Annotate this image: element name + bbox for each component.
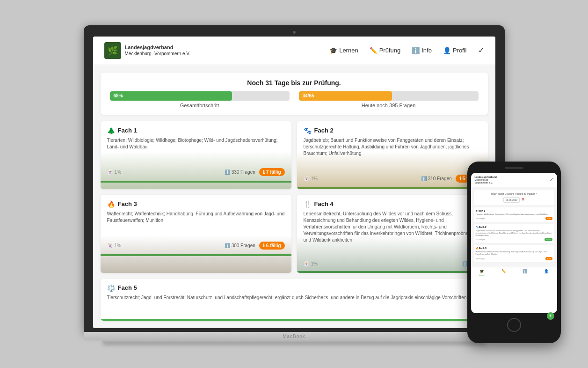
nav-pruefung[interactable]: ✏️ Prüfung bbox=[370, 47, 401, 54]
card-title-fach4: 🍴 Fach 4 bbox=[304, 200, 481, 208]
phone-card-desc-fach3: Waffenrecht; Waffentechnik; Handhabung, … bbox=[476, 250, 552, 255]
phone-fragen-fach2: 310 Fragen bbox=[476, 238, 485, 241]
nav-profil[interactable]: 👤 Profil bbox=[443, 47, 467, 54]
phone-nav-lernen[interactable]: 🎓 Lernen bbox=[479, 269, 485, 276]
card-fach1[interactable]: 🌲 Fach 1 Tierarten; Wildbiologie; Wildhe… bbox=[101, 121, 291, 189]
app-logo: 🌿 Landesjagdverband Mecklenburg- Vorpomm… bbox=[104, 42, 190, 59]
phone-profile-icon: 👤 bbox=[544, 269, 549, 273]
card-title-fach3: 🔥 Fach 3 bbox=[107, 200, 285, 208]
logo-badge: 🌿 bbox=[104, 42, 121, 59]
nav-lernen[interactable]: 🎓 Lernen bbox=[329, 47, 358, 54]
phone-nav-edit[interactable]: ✏️ bbox=[501, 269, 506, 276]
card-content-fach5: ⚖️ Fach 5 Tierschutzrecht; Jagd- und For… bbox=[101, 279, 488, 319]
phone-card-fach3[interactable]: 🔥 Fach 3 Waffenrecht; Waffentechnik; Han… bbox=[474, 245, 554, 262]
badge-fach3: ℹ 6 fällig bbox=[259, 242, 285, 250]
phone-badge-fach2: 125% bbox=[544, 238, 552, 241]
laptop-screen: 🌿 Landesjagdverband Mecklenburg- Vorpomm… bbox=[93, 37, 495, 328]
app-content: Noch 31 Tage bis zur Prüfung. 68% Gesamt… bbox=[93, 65, 495, 328]
badge-icon-fach2: ℹ bbox=[459, 176, 461, 181]
phone-exam-prompt: Wann planst Du Deine Prüfung zu machen? bbox=[476, 192, 552, 195]
card-desc-fach4: Lebensmittelrecht, Untersuchung des Wild… bbox=[304, 211, 481, 243]
card-footer-fach4: 🃏 1% ℹ️ 300 F bbox=[297, 261, 488, 271]
nav-check-icon: ✓ bbox=[478, 46, 484, 55]
fragen-fach1: ℹ️ 330 Fragen bbox=[225, 169, 255, 175]
progress-fill-overall: 68% bbox=[110, 91, 232, 101]
card-title-fach5: ⚖️ Fach 5 bbox=[107, 284, 481, 292]
phone-fragen-fach1: 330 Fragen bbox=[476, 217, 485, 220]
phone-frame: Landesjagdverband Mecklenburg-Vorpommern… bbox=[467, 162, 561, 343]
laptop-screen-frame: 🌿 Landesjagdverband Mecklenburg- Vorpomm… bbox=[84, 25, 505, 332]
card-bar-fach5 bbox=[101, 319, 488, 321]
phone-card-footer-fach1: 330 Fragen 4 fäll bbox=[476, 217, 552, 220]
phone-nav-info[interactable]: ℹ️ bbox=[523, 269, 527, 276]
phone-info-icon: ℹ️ bbox=[523, 269, 527, 273]
laptop: 🌿 Landesjagdverband Mecklenburg- Vorpomm… bbox=[84, 25, 505, 343]
app-nav: 🎓 Lernen ✏️ Prüfung ℹ️ Info 👤 bbox=[329, 46, 484, 55]
pencil-icon: ✏️ bbox=[370, 47, 377, 54]
fragen-fach3: ℹ️ 300 Fragen bbox=[225, 243, 255, 248]
card-fach4[interactable]: 🍴 Fach 4 Lebensmittelrecht, Untersuchung… bbox=[297, 195, 488, 273]
card-content-fach1: 🌲 Fach 1 Tierarten; Wildbiologie; Wildhe… bbox=[101, 121, 291, 168]
phone-card-desc-fach1: Tierarten; Wildbiologie; Biotophege; Wil… bbox=[476, 213, 552, 215]
card-fach5[interactable]: ⚖️ Fach 5 Tierschutzrecht; Jagd- und For… bbox=[101, 279, 488, 321]
phone-card-fach1[interactable]: ♣ Fach 1 Tierarten; Wildbiologie; Biotop… bbox=[474, 207, 554, 222]
card-icon2-fach3: 🃏 bbox=[107, 243, 113, 248]
phone-fragen-fach3: 300 Fragen bbox=[476, 258, 485, 260]
info-icon: ℹ️ bbox=[412, 47, 420, 54]
badge-icon-fach3: ℹ bbox=[263, 243, 265, 248]
phone-card-title-fach1: ♣ Fach 1 bbox=[476, 209, 552, 212]
phone-header: Landesjagdverband Mecklenburg-Vorpommern… bbox=[471, 173, 557, 187]
phone-lernen-icon: 🎓 bbox=[479, 269, 484, 273]
info-icon-fach2: ℹ️ bbox=[421, 176, 427, 181]
progress-banner: Noch 31 Tage bis zur Prüfung. 68% Gesamt… bbox=[101, 73, 488, 115]
card-icon2-fach4: 🃏 bbox=[304, 261, 309, 266]
cutlery-icon: 🍴 bbox=[304, 200, 312, 208]
banner-title: Noch 31 Tage bis zur Prüfung. bbox=[110, 79, 479, 87]
laptop-foot bbox=[102, 340, 486, 343]
phone-card-footer-fach3: 300 Fragen 1 fäll bbox=[476, 257, 552, 260]
card-content-fach2: 🐾 Fach 2 Jagdbetrieb; Bauart und Funktio… bbox=[297, 121, 488, 175]
cards-grid: 🌲 Fach 1 Tierarten; Wildbiologie; Wildhe… bbox=[101, 121, 488, 321]
card-footer-fach2: 🃏 1% ℹ️ 310 Fragen ℹ bbox=[297, 175, 488, 187]
phone: Landesjagdverband Mecklenburg-Vorpommern… bbox=[467, 162, 561, 343]
card-footer-left-fach4: 🃏 1% bbox=[304, 261, 318, 266]
card-footer-left-fach2: 🃏 1% bbox=[304, 176, 318, 181]
fire-icon: 🔥 bbox=[107, 200, 115, 208]
card-content-fach4: 🍴 Fach 4 Lebensmittelrecht, Untersuchung… bbox=[297, 195, 488, 261]
card-fach3[interactable]: 🔥 Fach 3 Waffenrecht; Waffentechnik; Han… bbox=[101, 195, 291, 273]
card-desc-fach2: Jagdbetrieb; Bauart und Funktionsweise v… bbox=[304, 137, 481, 157]
progress-label-today: Heute noch 395 Fragen bbox=[299, 103, 479, 108]
logo-line2: Mecklenburg- bbox=[125, 51, 153, 56]
phone-card-fach2[interactable]: 🐾 Fach 2 Jagdbetrieb; Bauart und Funktio… bbox=[474, 224, 554, 243]
phone-speaker bbox=[505, 167, 523, 169]
card-title-fach1: 🌲 Fach 1 bbox=[107, 127, 285, 134]
card-footer-right-fach3: ℹ️ 300 Fragen ℹ 6 fällig bbox=[225, 242, 285, 250]
phone-home-button[interactable] bbox=[507, 318, 521, 332]
progress-fill-today: 34/65 bbox=[299, 91, 392, 101]
info-icon-fach1: ℹ️ bbox=[225, 169, 230, 175]
phone-badge-fach3: 1 fäll bbox=[545, 257, 552, 260]
progress-item-today: 34/65 Heute noch 395 Fragen bbox=[299, 91, 479, 108]
logo-text: Landesjagdverband Mecklenburg- Vorpommer… bbox=[125, 44, 190, 57]
card-footer-right-fach1: ℹ️ 330 Fragen ℹ 7 fällig bbox=[225, 168, 285, 176]
graduation-icon: 🎓 bbox=[329, 47, 337, 54]
phone-fab-button[interactable]: + bbox=[547, 312, 554, 313]
phone-footer-nav: 🎓 Lernen ✏️ ℹ️ 👤 bbox=[471, 267, 557, 278]
card-desc-fach1: Tierarten; Wildbiologie; Wildhege; Bioto… bbox=[107, 137, 285, 150]
info-icon-fach3: ℹ️ bbox=[225, 243, 230, 248]
scale-icon: ⚖️ bbox=[107, 284, 115, 292]
progress-label-overall: Gesamtfortschritt bbox=[110, 103, 290, 108]
phone-content: Wann planst Du Deine Prüfung zu machen? … bbox=[471, 187, 557, 267]
phone-nav-profile[interactable]: 👤 bbox=[544, 269, 549, 276]
progress-bar-overall: 68% bbox=[110, 91, 290, 101]
card-content-fach3: 🔥 Fach 3 Waffenrecht; Waffentechnik; Han… bbox=[101, 195, 291, 242]
phone-lernen-label: Lernen bbox=[479, 274, 485, 276]
app-header: 🌿 Landesjagdverband Mecklenburg- Vorpomm… bbox=[93, 37, 495, 65]
nav-info[interactable]: ℹ️ Info bbox=[412, 47, 432, 54]
logo-line3: Vorpommern e.V. bbox=[154, 51, 190, 56]
phone-card-title-fach3: 🔥 Fach 3 bbox=[476, 247, 552, 250]
card-fach2[interactable]: 🐾 Fach 2 Jagdbetrieb; Bauart und Funktio… bbox=[297, 121, 488, 189]
tree-icon: 🌲 bbox=[107, 127, 115, 134]
badge-fach1: ℹ 7 fällig bbox=[259, 168, 285, 176]
phone-exam-date: 09.06.2020 bbox=[503, 197, 520, 203]
